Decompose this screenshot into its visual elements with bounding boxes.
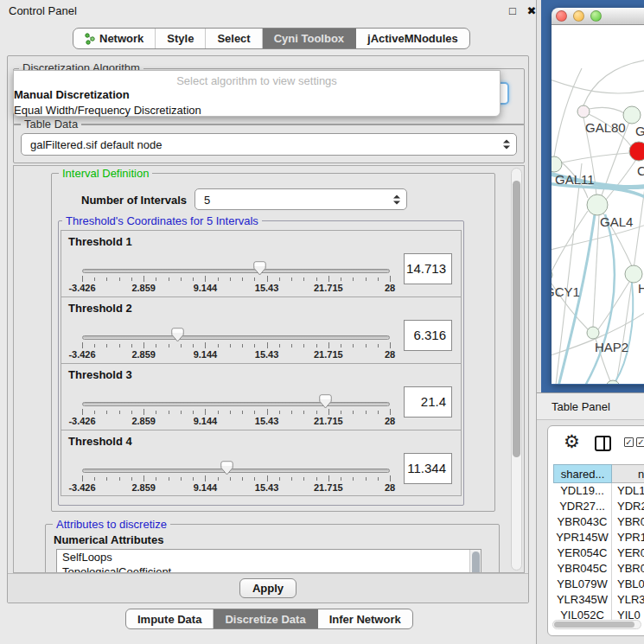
network-node-label: GCY1 bbox=[552, 284, 580, 299]
slider-thumb[interactable] bbox=[319, 394, 332, 409]
table-cell[interactable]: YPR145W bbox=[553, 530, 612, 545]
slider-track[interactable] bbox=[82, 269, 390, 273]
tab-impute-data[interactable]: Impute Data bbox=[126, 609, 214, 628]
network-node-label: GAL4 bbox=[600, 214, 633, 229]
table-row[interactable]: YBR045CYBR0 bbox=[553, 561, 644, 577]
panel-scrollbar[interactable] bbox=[511, 168, 522, 571]
network-node[interactable] bbox=[623, 106, 641, 124]
table-row[interactable]: YDR27...YDR2 bbox=[553, 499, 644, 514]
table-cell[interactable]: YDL1 bbox=[612, 483, 644, 499]
table-cell[interactable]: YER0 bbox=[612, 545, 644, 561]
threshold-slider[interactable]: -3.4262.8599.14415.4321.71528 bbox=[82, 297, 390, 364]
tab-infer-network[interactable]: Infer Network bbox=[318, 609, 412, 628]
threshold-slider[interactable]: -3.4262.8599.14415.4321.71528 bbox=[82, 231, 390, 297]
slider-track[interactable] bbox=[82, 402, 390, 406]
threshold-value-field[interactable]: 11.344 bbox=[404, 453, 452, 484]
table-data-combobox[interactable]: galFiltered.sif default node bbox=[21, 133, 517, 156]
tab-network[interactable]: Network bbox=[73, 29, 156, 48]
network-node[interactable] bbox=[587, 194, 608, 215]
table-row[interactable]: YLR345WYLR3 bbox=[553, 592, 644, 608]
table-cell[interactable]: YLR3 bbox=[612, 592, 644, 608]
network-edge bbox=[552, 211, 588, 271]
slider-ticks bbox=[82, 276, 390, 283]
table-panel-title: Table Panel bbox=[552, 393, 610, 420]
threshold-panels: Threshold 1-3.4262.8599.14415.4321.71528… bbox=[61, 230, 462, 496]
table-cell[interactable]: YDR27... bbox=[553, 499, 612, 514]
number-of-intervals-value: 5 bbox=[204, 193, 210, 206]
threshold-value-field[interactable]: 21.4 bbox=[404, 386, 452, 418]
checkbox-icon[interactable]: ✓ bbox=[636, 437, 644, 447]
table-row[interactable]: YBR043CYBR0 bbox=[553, 514, 644, 530]
table-cell[interactable]: YDL19... bbox=[553, 483, 612, 499]
table-cell[interactable]: YLR345W bbox=[553, 592, 612, 608]
zoom-traffic-icon[interactable] bbox=[590, 10, 602, 22]
network-node[interactable] bbox=[552, 156, 562, 172]
slider-track[interactable] bbox=[82, 469, 390, 473]
float-window-icon[interactable]: □ bbox=[505, 3, 520, 19]
network-node[interactable] bbox=[577, 105, 590, 118]
tab-cyni-toolbox[interactable]: Cyni Toolbox bbox=[263, 29, 356, 48]
algorithm-option[interactable]: Manual Discretization bbox=[14, 87, 500, 103]
panel-title: Control Panel bbox=[9, 0, 77, 22]
table-row[interactable]: YBL079WYBL0 bbox=[553, 577, 644, 592]
tab-jactivemnodules[interactable]: jActiveMNodules bbox=[356, 29, 469, 48]
table-cell[interactable]: YER054C bbox=[553, 545, 612, 561]
minimize-traffic-icon[interactable] bbox=[573, 10, 584, 22]
algorithm-options: Manual DiscretizationEqual Width/Frequen… bbox=[14, 87, 500, 118]
table-cell[interactable]: YBR045C bbox=[553, 561, 612, 577]
numerical-attributes-list[interactable]: SelfLoopsTopologicalCoefficientBetweenne… bbox=[56, 549, 481, 573]
gear-icon[interactable]: ⚙ bbox=[564, 431, 580, 452]
network-node[interactable] bbox=[625, 265, 642, 283]
threshold-value-field[interactable]: 14.713 bbox=[404, 253, 452, 284]
table-cell[interactable]: YPR1 bbox=[612, 530, 644, 545]
network-window-titlebar[interactable] bbox=[552, 8, 644, 25]
network-node[interactable] bbox=[606, 380, 620, 384]
attributes-group-label: Attributes to discretize bbox=[53, 518, 170, 531]
network-canvas[interactable]: GAL80GACGAL11GAL4GCY1HHAP2 bbox=[552, 25, 644, 384]
slider-thumb[interactable] bbox=[220, 461, 233, 475]
slider-thumb[interactable] bbox=[253, 261, 266, 276]
table-cell[interactable]: YBR0 bbox=[612, 514, 644, 530]
table-data-label: Table Data bbox=[21, 118, 81, 131]
network-node-label: H bbox=[638, 281, 644, 296]
table-cell[interactable]: YBR043C bbox=[553, 514, 612, 530]
network-node[interactable] bbox=[629, 142, 644, 161]
table-cell[interactable]: YBL079W bbox=[553, 577, 612, 592]
table-horizontal-scrollbar[interactable] bbox=[552, 620, 641, 629]
tab-select[interactable]: Select bbox=[206, 29, 262, 48]
list-scrollbar[interactable] bbox=[469, 550, 481, 573]
tab-discretize-data[interactable]: Discretize Data bbox=[214, 609, 317, 628]
network-edge bbox=[589, 107, 624, 113]
interval-definition-label: Interval Definition bbox=[59, 167, 152, 180]
threshold-slider[interactable]: -3.4262.8599.14415.4321.71528 bbox=[82, 430, 390, 497]
apply-button[interactable]: Apply bbox=[239, 578, 296, 598]
threshold-value-field[interactable]: 6.316 bbox=[404, 320, 452, 351]
table-row[interactable]: YPR145WYPR1 bbox=[553, 530, 644, 545]
checkbox-icon[interactable]: ✓ bbox=[624, 437, 634, 447]
table-cell[interactable]: YBL0 bbox=[612, 577, 644, 592]
column-header[interactable]: shared... bbox=[553, 464, 612, 483]
table-cell[interactable]: YDR2 bbox=[612, 499, 644, 514]
network-edge bbox=[552, 77, 644, 93]
table-cell[interactable]: YBR0 bbox=[612, 561, 644, 577]
table-row[interactable]: YER054CYER0 bbox=[553, 545, 644, 561]
attribute-item[interactable]: TopologicalCoefficient bbox=[57, 564, 481, 573]
slider-ticks bbox=[82, 342, 390, 349]
slider-thumb[interactable] bbox=[171, 328, 184, 342]
columns-icon[interactable] bbox=[595, 436, 611, 451]
slider-track[interactable] bbox=[82, 335, 390, 340]
panel-scrollbar-thumb[interactable] bbox=[513, 181, 520, 457]
close-traffic-icon[interactable] bbox=[556, 10, 567, 22]
network-edge bbox=[556, 163, 582, 384]
number-of-intervals-combobox[interactable]: 5 bbox=[194, 188, 407, 210]
threshold-slider[interactable]: -3.4262.8599.14415.4321.71528 bbox=[82, 364, 390, 430]
network-edge bbox=[583, 60, 644, 105]
panel-footer: Apply bbox=[8, 573, 528, 603]
algorithm-option[interactable]: Equal Width/Frequency Discretization bbox=[14, 103, 500, 118]
network-node[interactable] bbox=[587, 327, 599, 339]
tab-style[interactable]: Style bbox=[156, 29, 206, 48]
table-row[interactable]: YDL19...YDL1 bbox=[553, 483, 644, 499]
column-header[interactable]: n bbox=[612, 464, 644, 483]
thresholds-group: Threshold's Coordinates for 5 Intervals … bbox=[58, 220, 464, 506]
attribute-item[interactable]: SelfLoops bbox=[57, 550, 481, 564]
